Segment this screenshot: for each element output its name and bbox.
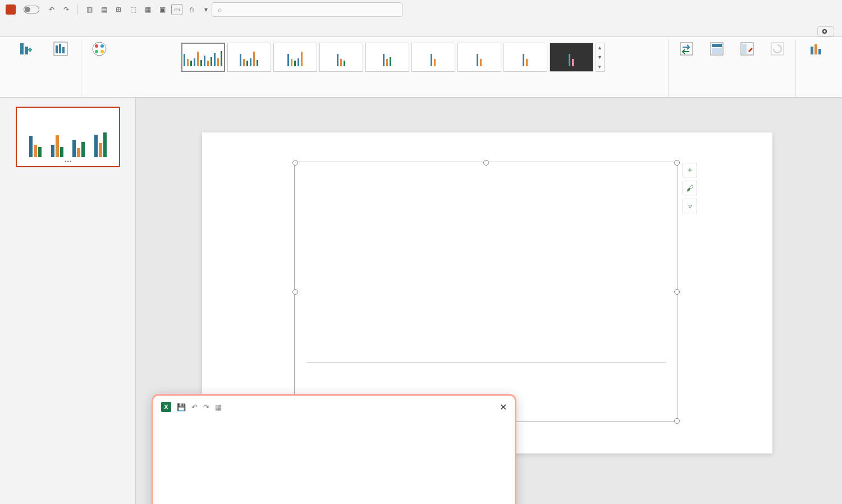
svg-rect-23	[818, 49, 821, 54]
svg-point-9	[93, 42, 106, 56]
svg-rect-7	[59, 44, 61, 53]
edit-data-button[interactable]	[734, 39, 761, 59]
resize-handle[interactable]	[292, 160, 298, 166]
refresh-data-button	[764, 39, 791, 59]
svg-rect-14	[680, 43, 693, 55]
ribbon: ▲▼▾	[0, 37, 842, 98]
ribbon-group-color	[81, 39, 117, 97]
svg-rect-0	[20, 43, 24, 54]
ribbon-tabs	[0, 19, 842, 37]
slide-number	[6, 107, 12, 167]
svg-rect-17	[712, 48, 722, 54]
svg-rect-21	[811, 47, 813, 54]
qat-btn-4[interactable]: ⬚	[127, 4, 139, 15]
add-element-icon	[17, 40, 34, 57]
excel-icon: X	[161, 402, 171, 412]
ribbon-group-layout	[6, 39, 81, 97]
svg-rect-8	[62, 47, 65, 53]
change-color-button[interactable]	[86, 39, 113, 59]
style-thumb-8[interactable]	[504, 43, 547, 72]
style-thumb-3[interactable]	[273, 43, 317, 72]
search-icon: ⌕	[218, 6, 222, 13]
undo-icon[interactable]: ↶	[191, 403, 198, 411]
autosave-toggle[interactable]	[21, 6, 42, 13]
style-thumb-4[interactable]	[319, 43, 363, 72]
resize-handle[interactable]	[483, 160, 489, 166]
swap-icon	[678, 40, 695, 57]
qat-btn-1[interactable]: ▥	[84, 4, 95, 15]
palette-icon	[91, 40, 108, 57]
resize-handle[interactable]	[674, 289, 680, 295]
gallery-more-button[interactable]: ▲▼▾	[596, 43, 605, 72]
redo-icon[interactable]: ↷	[61, 4, 72, 15]
undo-icon[interactable]: ↶	[46, 4, 57, 15]
svg-point-12	[95, 50, 98, 53]
chart-context-buttons: ＋ 🖌 ▿	[683, 163, 697, 213]
svg-rect-6	[56, 45, 58, 53]
select-data-button[interactable]	[703, 39, 730, 59]
redo-icon[interactable]: ↷	[203, 403, 209, 411]
record-button[interactable]	[817, 26, 834, 36]
excel-titlebar: X 💾 ↶ ↷ ▦ ✕	[153, 396, 515, 418]
qat-btn-3[interactable]: ⊞	[113, 4, 124, 15]
save-icon[interactable]: 💾	[177, 403, 186, 411]
chart-plus-button[interactable]: ＋	[683, 163, 697, 177]
svg-rect-4	[29, 48, 31, 52]
svg-text:X: X	[164, 404, 168, 410]
quick-layout-icon	[52, 40, 69, 57]
svg-rect-19	[742, 44, 747, 54]
record-icon	[822, 29, 827, 34]
slide-thumbnails-panel: ■ ■ ■	[0, 98, 136, 504]
svg-point-13	[100, 50, 104, 53]
style-thumb-5[interactable]	[365, 43, 409, 72]
svg-point-11	[100, 44, 104, 48]
edit-data-icon	[739, 40, 756, 57]
qat-btn-8[interactable]: ⎙	[186, 4, 197, 15]
chart-filter-button[interactable]: ▿	[683, 199, 697, 213]
resize-handle[interactable]	[674, 160, 680, 166]
swap-row-col-button[interactable]	[673, 39, 700, 59]
quick-layout-button[interactable]	[45, 39, 76, 59]
search-input[interactable]: ⌕	[212, 2, 402, 17]
qat-btn-7[interactable]: ▭	[171, 4, 182, 15]
table-icon[interactable]: ▦	[215, 403, 222, 411]
svg-rect-16	[712, 44, 722, 47]
ribbon-group-type	[796, 39, 836, 97]
ribbon-group-data	[669, 39, 796, 97]
style-thumb-9[interactable]	[550, 43, 593, 72]
slide-canvas[interactable]: ＋ 🖌 ▿ X 💾 ↶ ↷ ▦ ✕ ↓	[136, 98, 842, 504]
ribbon-group-styles: ▲▼▾	[117, 39, 669, 97]
quick-access-toolbar: ↶ ↷ ▥ ▤ ⊞ ⬚ ▦ ▣ ▭ ⎙ ▾	[46, 4, 212, 15]
resize-handle[interactable]	[674, 418, 680, 424]
chart-data-editor[interactable]: X 💾 ↶ ↷ ▦ ✕ ↓	[152, 394, 516, 504]
main-area: ■ ■ ■ ＋ 🖌	[0, 98, 842, 504]
chart-plot-area[interactable]	[306, 172, 666, 363]
qat-btn-5[interactable]: ▦	[142, 4, 153, 15]
app-icon	[6, 4, 16, 15]
svg-point-10	[95, 44, 98, 48]
qat-btn-2[interactable]: ▤	[98, 4, 109, 15]
title-bar: ↶ ↷ ▥ ▤ ⊞ ⬚ ▦ ▣ ▭ ⎙ ▾ ⌕	[0, 0, 842, 19]
qat-btn-6[interactable]: ▣	[157, 4, 168, 15]
style-thumb-2[interactable]	[227, 43, 271, 72]
style-thumb-6[interactable]	[411, 43, 455, 72]
add-chart-element-button[interactable]	[10, 39, 42, 59]
change-chart-type-button[interactable]	[800, 39, 832, 59]
chart-brush-button[interactable]: 🖌	[683, 181, 697, 195]
resize-handle[interactable]	[292, 289, 298, 295]
change-type-icon	[808, 40, 825, 57]
refresh-icon	[769, 40, 786, 57]
chart-object[interactable]: ＋ 🖌 ▿	[295, 163, 677, 421]
style-thumb-1[interactable]	[181, 43, 225, 72]
style-thumb-7[interactable]	[457, 43, 501, 72]
svg-rect-22	[814, 44, 817, 54]
chart-style-gallery[interactable]: ▲▼▾	[181, 43, 605, 72]
qat-btn-9[interactable]: ▾	[200, 4, 212, 15]
svg-rect-1	[25, 47, 28, 54]
select-data-icon	[708, 40, 725, 57]
slide-thumbnail-1[interactable]: ■ ■ ■	[16, 107, 120, 167]
toggle-icon	[24, 6, 39, 13]
close-button[interactable]: ✕	[500, 402, 507, 413]
